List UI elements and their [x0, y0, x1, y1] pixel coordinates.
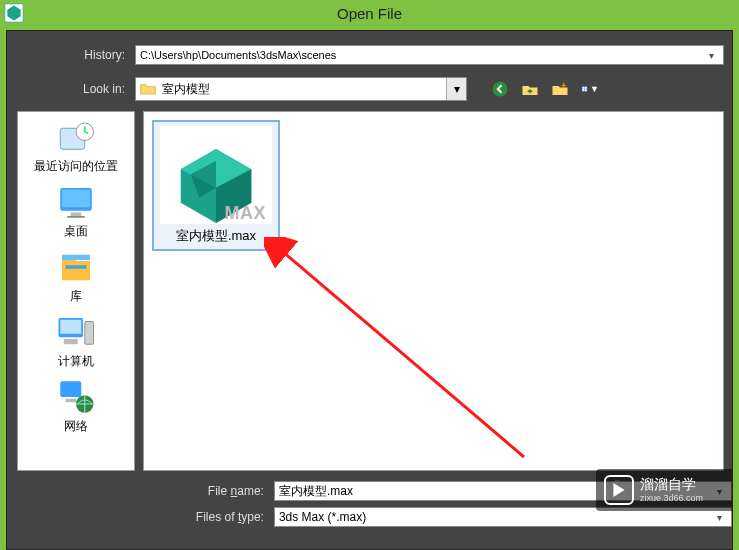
- file-name: 室内模型.max: [176, 227, 256, 245]
- app-icon: [4, 3, 24, 23]
- file-thumbnail: MAX: [160, 126, 272, 224]
- dialog-panel: History: C:\Users\hp\Documents\3dsMax\sc…: [6, 30, 733, 550]
- history-value: C:\Users\hp\Documents\3dsMax\scenes: [140, 49, 336, 61]
- up-one-level-icon[interactable]: [521, 80, 539, 98]
- view-menu-icon[interactable]: ▼: [581, 80, 599, 98]
- lookin-value: 室内模型: [162, 81, 210, 98]
- places-label: 桌面: [64, 223, 88, 240]
- annotation-arrow: [264, 237, 544, 467]
- filetype-label: Files of type:: [7, 510, 274, 524]
- places-desktop[interactable]: 桌面: [18, 177, 134, 242]
- svg-rect-15: [66, 265, 87, 269]
- recent-places-icon: [55, 117, 97, 157]
- svg-rect-14: [62, 255, 90, 260]
- chevron-down-icon[interactable]: ▾: [446, 78, 466, 100]
- places-libraries[interactable]: 库: [18, 242, 134, 307]
- history-row: History: C:\Users\hp\Documents\3dsMax\sc…: [7, 45, 732, 65]
- svg-rect-6: [582, 89, 584, 91]
- t: ype:: [241, 510, 264, 524]
- svg-rect-5: [585, 87, 587, 89]
- svg-rect-11: [62, 190, 90, 208]
- svg-rect-7: [585, 89, 587, 91]
- places-computer[interactable]: 计算机: [18, 307, 134, 372]
- watermark-overlay: 溜溜自学 zixue.3d66.com: [596, 469, 732, 511]
- desktop-icon: [55, 182, 97, 222]
- lookin-row: Look in: 室内模型 ▾ ▼: [7, 77, 732, 101]
- svg-line-28: [282, 251, 524, 457]
- file-item-selected[interactable]: MAX 室内模型.max: [152, 120, 280, 251]
- places-network[interactable]: 网络: [18, 372, 134, 437]
- svg-point-2: [493, 82, 508, 97]
- t: Files of: [196, 510, 238, 524]
- filename-value: 室内模型.max: [279, 483, 353, 500]
- create-new-folder-icon[interactable]: [551, 80, 569, 98]
- svg-rect-19: [64, 339, 78, 344]
- t: File: [208, 484, 231, 498]
- back-icon[interactable]: [491, 80, 509, 98]
- window-title: Open File: [0, 5, 739, 22]
- filename-label: File name:: [7, 484, 274, 498]
- svg-rect-4: [582, 87, 584, 89]
- thumb-tag: MAX: [160, 203, 272, 224]
- svg-rect-18: [85, 322, 94, 345]
- chevron-down-icon: ▾: [703, 47, 719, 63]
- lookin-toolbar: ▼: [491, 80, 599, 98]
- main-area: 最近访问的位置 桌面 库 计算机: [7, 111, 732, 471]
- places-label: 库: [70, 288, 82, 305]
- svg-rect-12: [71, 213, 82, 217]
- file-list[interactable]: MAX 室内模型.max: [143, 111, 724, 471]
- watermark-sub: zixue.3d66.com: [640, 493, 703, 503]
- svg-rect-20: [60, 381, 81, 397]
- filetype-value: 3ds Max (*.max): [279, 510, 366, 524]
- places-label: 网络: [64, 418, 88, 435]
- history-dropdown[interactable]: C:\Users\hp\Documents\3dsMax\scenes ▾: [135, 45, 724, 65]
- places-bar: 最近访问的位置 桌面 库 计算机: [17, 111, 135, 471]
- svg-rect-22: [66, 399, 77, 403]
- places-label: 计算机: [58, 353, 94, 370]
- network-icon: [55, 377, 97, 417]
- libraries-icon: [55, 247, 97, 287]
- svg-rect-13: [67, 216, 85, 218]
- svg-rect-17: [60, 320, 81, 334]
- t: ame:: [237, 484, 264, 498]
- chevron-down-icon[interactable]: ▾: [711, 509, 727, 525]
- folder-icon: [140, 82, 156, 96]
- title-bar: Open File: [0, 0, 739, 26]
- watermark-text: 溜溜自学: [640, 477, 703, 492]
- lookin-dropdown[interactable]: 室内模型 ▾: [135, 77, 467, 101]
- svg-marker-29: [613, 483, 624, 497]
- history-label: History:: [7, 48, 135, 62]
- play-icon: [604, 475, 634, 505]
- lookin-label: Look in:: [7, 82, 135, 96]
- places-recent[interactable]: 最近访问的位置: [18, 112, 134, 177]
- computer-icon: [55, 312, 97, 352]
- places-label: 最近访问的位置: [34, 158, 118, 175]
